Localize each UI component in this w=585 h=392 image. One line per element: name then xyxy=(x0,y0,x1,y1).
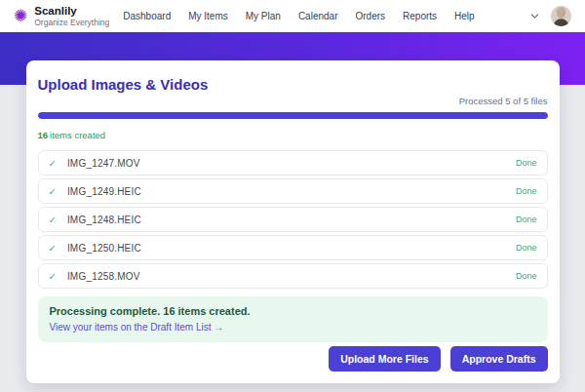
nav-right xyxy=(530,6,571,26)
panel-title: Upload Images & Videos xyxy=(38,76,548,93)
upload-panel: Upload Images & Videos Processed 5 of 5 … xyxy=(26,60,560,383)
flower-logo-icon: ✺ xyxy=(14,8,27,24)
file-status-badge: Done xyxy=(516,271,537,281)
completion-alert: Processing complete. 16 items created. V… xyxy=(38,296,548,342)
brand-tagline: Organize Everything xyxy=(34,19,109,27)
file-row: ✓ IMG_1249.HEIC Done xyxy=(38,178,548,204)
arrow-right-icon: → xyxy=(214,322,223,333)
check-icon: ✓ xyxy=(49,158,57,169)
file-row: ✓ IMG_1248.HEIC Done xyxy=(38,207,548,232)
top-navbar: ✺ Scanlily Organize Everything Dashboard… xyxy=(0,0,585,32)
processed-count-label: Processed 5 of 5 files xyxy=(38,96,548,106)
items-created-label: 16items created xyxy=(38,130,548,140)
brand-name: Scanlily xyxy=(34,5,109,18)
completion-message: Processing complete. 16 items created. xyxy=(50,305,536,317)
file-name: IMG_1258.MOV xyxy=(67,271,140,282)
nav-links: Dashboard My Items My Plan Calendar Orde… xyxy=(123,11,474,21)
check-icon: ✓ xyxy=(49,215,57,225)
file-row: ✓ IMG_1247.MOV Done xyxy=(38,150,548,176)
check-icon: ✓ xyxy=(49,243,57,254)
nav-item-calendar[interactable]: Calendar xyxy=(298,11,338,21)
file-status-badge: Done xyxy=(516,186,537,196)
upload-more-files-button[interactable]: Upload More Files xyxy=(329,346,440,372)
nav-item-my-plan[interactable]: My Plan xyxy=(246,11,281,21)
check-icon: ✓ xyxy=(49,186,57,197)
file-name: IMG_1250.HEIC xyxy=(67,243,141,254)
nav-item-reports[interactable]: Reports xyxy=(403,11,437,21)
file-status-badge: Done xyxy=(516,215,537,224)
items-created-text: items created xyxy=(50,130,105,140)
file-status-badge: Done xyxy=(516,158,537,168)
nav-item-dashboard[interactable]: Dashboard xyxy=(123,11,171,21)
check-icon: ✓ xyxy=(49,271,57,282)
items-created-count: 16 xyxy=(38,130,49,140)
nav-item-help[interactable]: Help xyxy=(454,11,475,21)
avatar[interactable] xyxy=(551,6,571,26)
file-status-badge: Done xyxy=(516,243,537,253)
file-row: ✓ IMG_1258.MOV Done xyxy=(38,263,548,289)
draft-item-list-link[interactable]: View your items on the Draft Item List → xyxy=(50,322,224,333)
brand[interactable]: ✺ Scanlily Organize Everything xyxy=(14,5,109,27)
file-name: IMG_1248.HEIC xyxy=(67,215,141,225)
footer-actions: Upload More Files Approve Drafts xyxy=(329,346,547,372)
progress-fill xyxy=(38,112,548,119)
draft-item-list-link-label: View your items on the Draft Item List xyxy=(50,322,212,333)
file-row: ✓ IMG_1250.HEIC Done xyxy=(38,235,548,260)
chevron-down-icon[interactable] xyxy=(530,12,539,20)
file-name: IMG_1247.MOV xyxy=(67,158,140,169)
brand-text: Scanlily Organize Everything xyxy=(34,5,109,27)
progress-bar xyxy=(38,112,548,119)
file-name: IMG_1249.HEIC xyxy=(67,186,141,197)
approve-drafts-button[interactable]: Approve Drafts xyxy=(450,346,548,372)
nav-item-orders[interactable]: Orders xyxy=(355,11,385,21)
nav-item-my-items[interactable]: My Items xyxy=(188,11,228,21)
file-list: ✓ IMG_1247.MOV Done ✓ IMG_1249.HEIC Done… xyxy=(38,150,548,289)
